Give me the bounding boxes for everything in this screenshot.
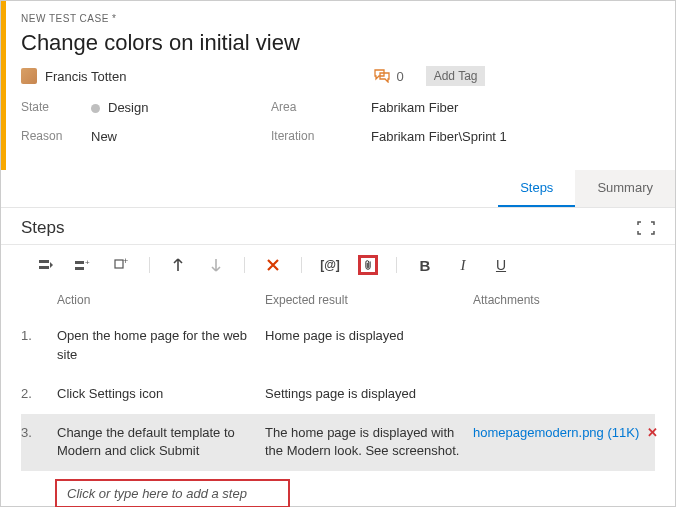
area-label: Area [271, 100, 371, 115]
discussion-icon [374, 69, 390, 83]
svg-rect-1 [39, 266, 49, 269]
reason-label: Reason [21, 129, 91, 144]
add-tag-button[interactable]: Add Tag [426, 66, 486, 86]
insert-shared-step-icon[interactable]: + [73, 255, 93, 275]
row-attachment: homepagemodern.png (11K)✕ [473, 424, 676, 443]
row-expected[interactable]: Settings page is displayed [265, 385, 465, 404]
assigned-to[interactable]: Francis Totten [45, 69, 126, 84]
bold-icon[interactable]: B [415, 255, 435, 275]
insert-step-icon[interactable] [35, 255, 55, 275]
discussion-count: 0 [396, 69, 403, 84]
add-step-input[interactable]: Click or type here to add a step [55, 479, 290, 507]
move-up-icon[interactable] [168, 255, 188, 275]
col-action: Action [57, 293, 257, 307]
iteration-label: Iteration [271, 129, 371, 144]
tab-steps[interactable]: Steps [498, 170, 575, 207]
discussion-button[interactable]: 0 [374, 69, 403, 84]
area-value[interactable]: Fabrikam Fiber [371, 100, 655, 115]
attachment-icon[interactable] [358, 255, 378, 275]
section-title: Steps [21, 218, 64, 238]
page-title: Change colors on initial view [21, 30, 655, 56]
table-row[interactable]: 3. Change the default template to Modern… [21, 414, 655, 472]
italic-icon[interactable]: I [453, 255, 473, 275]
delete-step-icon[interactable] [263, 255, 283, 275]
svg-rect-3 [75, 267, 84, 270]
fullscreen-icon[interactable] [637, 221, 655, 235]
tab-label: NEW TEST CASE * [21, 13, 655, 24]
row-action[interactable]: Change the default template to Modern an… [57, 424, 257, 462]
row-num: 1. [21, 327, 49, 346]
table-row[interactable]: 2. Click Settings icon Settings page is … [21, 375, 655, 414]
col-expected: Expected result [265, 293, 465, 307]
svg-rect-5 [115, 260, 123, 268]
reason-value[interactable]: New [91, 129, 271, 144]
underline-icon[interactable]: U [491, 255, 511, 275]
col-attachments: Attachments [473, 293, 676, 307]
state-label: State [21, 100, 91, 115]
insert-param-icon[interactable]: [@] [320, 255, 340, 275]
attachment-link[interactable]: homepagemodern.png (11K) [473, 425, 639, 440]
iteration-value[interactable]: Fabrikam Fiber\Sprint 1 [371, 129, 655, 144]
row-action[interactable]: Click Settings icon [57, 385, 257, 404]
svg-text:+: + [123, 258, 128, 266]
row-expected[interactable]: The home page is displayed with the Mode… [265, 424, 465, 462]
state-dot-icon [91, 104, 100, 113]
svg-rect-2 [75, 261, 84, 264]
state-value[interactable]: Design [91, 100, 271, 115]
row-num: 2. [21, 385, 49, 404]
row-num: 3. [21, 424, 49, 443]
remove-attachment-icon[interactable]: ✕ [647, 425, 658, 440]
row-action[interactable]: Open the home page for the web site [57, 327, 257, 365]
steps-toolbar: + + [@] B I U [1, 245, 675, 283]
row-expected[interactable]: Home page is displayed [265, 327, 465, 346]
avatar [21, 68, 37, 84]
table-row[interactable]: 1. Open the home page for the web site H… [21, 317, 655, 375]
tab-summary[interactable]: Summary [575, 170, 675, 207]
svg-rect-0 [39, 260, 49, 263]
create-shared-steps-icon[interactable]: + [111, 255, 131, 275]
move-down-icon[interactable] [206, 255, 226, 275]
svg-text:+: + [85, 258, 90, 267]
